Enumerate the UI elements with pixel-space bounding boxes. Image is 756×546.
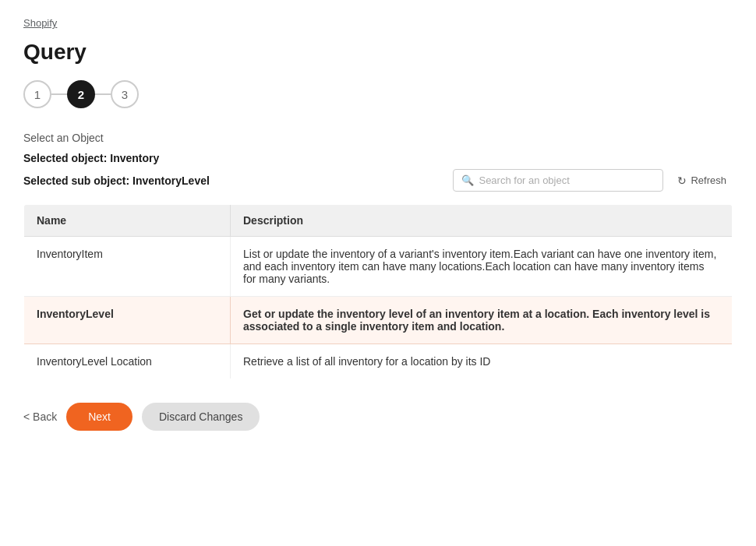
- search-icon: 🔍: [461, 174, 474, 186]
- step-3: 3: [111, 80, 139, 108]
- col-name: Name: [24, 205, 231, 237]
- step-2: 2: [67, 80, 95, 108]
- step-1: 1: [23, 80, 51, 108]
- row-name: InventoryLevel Location: [24, 344, 231, 379]
- objects-table: Name Description InventoryItem List or u…: [23, 204, 733, 379]
- step-connector-1: [51, 93, 67, 95]
- search-input[interactable]: [479, 174, 655, 186]
- selected-object-label: Selected object: Inventory: [23, 152, 733, 164]
- refresh-label: Refresh: [691, 174, 726, 186]
- row-name: InventoryLevel: [24, 297, 231, 344]
- table-row[interactable]: InventoryLevel Get or update the invento…: [24, 297, 733, 344]
- row-description: Get or update the inventory level of an …: [231, 297, 733, 344]
- discard-button[interactable]: Discard Changes: [142, 403, 260, 431]
- step-connector-2: [95, 93, 111, 95]
- row-name: InventoryItem: [24, 237, 231, 297]
- steps-indicator: 1 2 3: [23, 80, 733, 108]
- row-description: List or update the inventory of a varian…: [231, 237, 733, 297]
- table-header: Name Description: [24, 205, 733, 237]
- table-row[interactable]: InventoryLevel Location Retrieve a list …: [24, 344, 733, 379]
- selected-subobject-label: Selected sub object: InventoryLevel: [23, 174, 210, 187]
- subobject-row: Selected sub object: InventoryLevel 🔍 ↻ …: [23, 169, 733, 192]
- refresh-icon: ↻: [677, 174, 687, 187]
- shopify-breadcrumb[interactable]: Shopify: [23, 17, 57, 29]
- table-row[interactable]: InventoryItem List or update the invento…: [24, 237, 733, 297]
- section-label: Select an Object: [23, 132, 733, 144]
- page-title: Query: [23, 40, 733, 65]
- search-refresh-area: 🔍 ↻ Refresh: [453, 169, 733, 192]
- search-box[interactable]: 🔍: [453, 169, 663, 192]
- row-description: Retrieve a list of all inventory for a l…: [231, 344, 733, 379]
- col-description: Description: [231, 205, 733, 237]
- refresh-button[interactable]: ↻ Refresh: [671, 170, 733, 192]
- table-body: InventoryItem List or update the invento…: [24, 237, 733, 379]
- next-button[interactable]: Next: [66, 403, 132, 431]
- footer-actions: < Back Next Discard Changes: [23, 403, 733, 431]
- back-link[interactable]: < Back: [23, 410, 57, 423]
